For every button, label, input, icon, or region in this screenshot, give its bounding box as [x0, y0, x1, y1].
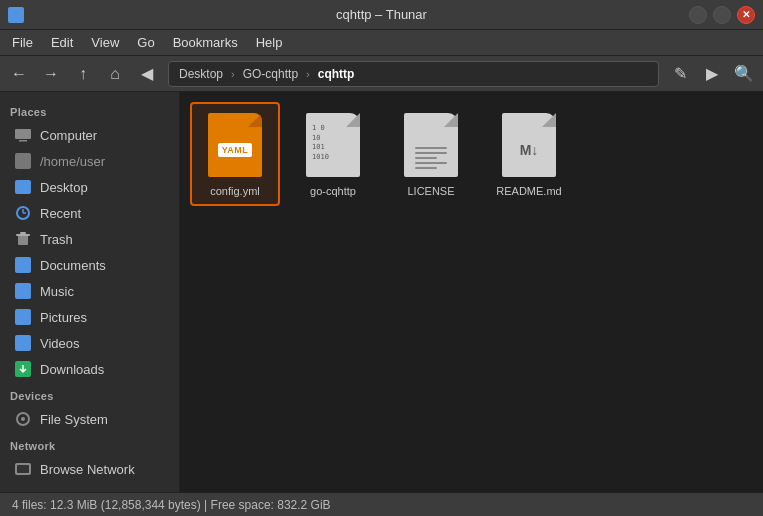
menu-bookmarks[interactable]: Bookmarks	[165, 33, 246, 52]
svg-rect-9	[20, 232, 26, 234]
path-segment-cqhttp[interactable]: cqhttp	[312, 66, 361, 82]
svg-rect-2	[15, 153, 31, 169]
svg-rect-11	[15, 283, 31, 299]
sidebar-item-downloads-label: Downloads	[40, 362, 104, 377]
file-name-config-yml: config.yml	[210, 184, 260, 198]
file-area: YAML config.yml 1 0101011010 go-cqhttp	[180, 92, 763, 492]
code-content: 1 0101011010	[306, 106, 360, 169]
sidebar-item-recent-label: Recent	[40, 206, 81, 221]
menu-go[interactable]: Go	[129, 33, 162, 52]
maximize-button[interactable]	[713, 6, 731, 24]
line-3	[415, 157, 437, 159]
filesystem-icon	[14, 410, 32, 428]
svg-rect-12	[15, 309, 31, 325]
file-name-readme: README.md	[496, 184, 561, 198]
menu-help[interactable]: Help	[248, 33, 291, 52]
app-icon	[8, 7, 24, 23]
svg-rect-13	[15, 335, 31, 351]
trash-icon	[14, 230, 32, 248]
path-bar: Desktop › GO-cqhttp › cqhttp	[168, 61, 659, 87]
line-5	[415, 167, 437, 169]
computer-icon	[14, 126, 32, 144]
file-name-go-cqhttp: go-cqhttp	[310, 184, 356, 198]
desktop-icon	[14, 178, 32, 196]
sidebar-item-trash-label: Trash	[40, 232, 73, 247]
sidebar-item-music[interactable]: Music	[4, 278, 175, 304]
sidebar-item-music-label: Music	[40, 284, 74, 299]
svg-point-16	[21, 417, 25, 421]
forward-button[interactable]: →	[36, 60, 66, 88]
edit-path-button[interactable]: ✎	[665, 60, 695, 88]
path-segment-go-cqhttp[interactable]: GO-cqhttp	[237, 66, 304, 82]
file-item-go-cqhttp[interactable]: 1 0101011010 go-cqhttp	[288, 102, 378, 206]
up-button[interactable]: ↑	[68, 60, 98, 88]
file-item-config-yml[interactable]: YAML config.yml	[190, 102, 280, 206]
network-label: Network	[0, 432, 179, 456]
sidebar-item-home[interactable]: /home/user	[4, 148, 175, 174]
svg-rect-18	[17, 465, 29, 473]
sidebar-item-browsenetwork[interactable]: Browse Network	[4, 456, 175, 482]
text-icon	[404, 113, 458, 177]
line-1	[415, 147, 447, 149]
sidebar-item-trash[interactable]: Trash	[4, 226, 175, 252]
file-item-license[interactable]: LICENSE	[386, 102, 476, 206]
sidebar-item-desktop[interactable]: Desktop	[4, 174, 175, 200]
back-button[interactable]: ←	[4, 60, 34, 88]
markdown-icon: M↓	[502, 113, 556, 177]
sidebar-item-videos-label: Videos	[40, 336, 80, 351]
menubar: File Edit View Go Bookmarks Help	[0, 30, 763, 56]
sidebar-item-computer-label: Computer	[40, 128, 97, 143]
menu-file[interactable]: File	[4, 33, 41, 52]
path-expand-button[interactable]: ▶	[697, 60, 727, 88]
svg-rect-3	[15, 180, 31, 194]
sidebar-item-pictures[interactable]: Pictures	[4, 304, 175, 330]
sidebar: Places Computer /home/user Desktop Recen…	[0, 92, 180, 492]
browsenetwork-icon	[14, 460, 32, 478]
sidebar-item-filesystem[interactable]: File System	[4, 406, 175, 432]
sidebar-item-documents[interactable]: Documents	[4, 252, 175, 278]
downloads-icon	[14, 360, 32, 378]
menu-edit[interactable]: Edit	[43, 33, 81, 52]
main-area: Places Computer /home/user Desktop Recen…	[0, 92, 763, 492]
places-label: Places	[0, 98, 179, 122]
text-lines	[415, 147, 447, 169]
window-title: cqhttp – Thunar	[336, 7, 427, 22]
path-segment-desktop[interactable]: Desktop	[173, 66, 229, 82]
file-item-readme[interactable]: M↓ README.md	[484, 102, 574, 206]
menu-view[interactable]: View	[83, 33, 127, 52]
toolbar: ← → ↑ ⌂ ◀ Desktop › GO-cqhttp › cqhttp ✎…	[0, 56, 763, 92]
binary-icon: 1 0101011010	[306, 113, 360, 177]
sidebar-item-videos[interactable]: Videos	[4, 330, 175, 356]
svg-rect-0	[15, 129, 31, 139]
close-button[interactable]: ✕	[737, 6, 755, 24]
titlebar: cqhttp – Thunar ✕	[0, 0, 763, 30]
path-collapse-button[interactable]: ◀	[132, 60, 162, 88]
sidebar-item-documents-label: Documents	[40, 258, 106, 273]
minimize-button[interactable]	[689, 6, 707, 24]
file-icon-readme: M↓	[497, 110, 561, 180]
devices-label: Devices	[0, 382, 179, 406]
yaml-icon: YAML	[208, 113, 262, 177]
line-4	[415, 162, 447, 164]
svg-rect-1	[19, 140, 27, 142]
path-arrow-1: ›	[229, 68, 237, 80]
documents-icon	[14, 256, 32, 274]
file-icon-license	[399, 110, 463, 180]
sidebar-item-browsenetwork-label: Browse Network	[40, 462, 135, 477]
sidebar-item-home-label: /home/user	[40, 154, 105, 169]
status-text: 4 files: 12.3 MiB (12,858,344 bytes) | F…	[12, 498, 331, 512]
file-icon-config-yml: YAML	[203, 110, 267, 180]
svg-rect-7	[18, 235, 28, 245]
sidebar-item-computer[interactable]: Computer	[4, 122, 175, 148]
search-button[interactable]: 🔍	[729, 60, 759, 88]
yaml-badge: YAML	[218, 143, 253, 157]
window-controls: ✕	[689, 6, 755, 24]
home-button[interactable]: ⌂	[100, 60, 130, 88]
sidebar-item-recent[interactable]: Recent	[4, 200, 175, 226]
sidebar-item-pictures-label: Pictures	[40, 310, 87, 325]
file-name-license: LICENSE	[407, 184, 454, 198]
sidebar-item-downloads[interactable]: Downloads	[4, 356, 175, 382]
path-arrow-2: ›	[304, 68, 312, 80]
statusbar: 4 files: 12.3 MiB (12,858,344 bytes) | F…	[0, 492, 763, 516]
md-badge: M↓	[520, 142, 539, 158]
